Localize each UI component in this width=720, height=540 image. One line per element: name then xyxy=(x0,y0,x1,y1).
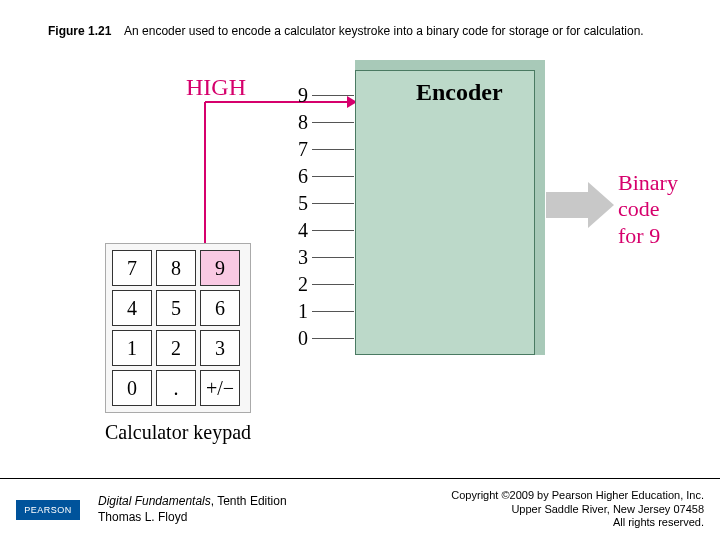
encoder-input-number: 1 xyxy=(290,300,308,323)
encoder-input-number: 6 xyxy=(290,165,308,188)
figure-caption-text: An encoder used to encode a calculator k… xyxy=(124,24,644,38)
output-arrow-icon xyxy=(546,180,616,230)
encoder-input-line-icon xyxy=(312,257,354,258)
encoder-input-line-icon xyxy=(312,176,354,177)
keypad-label: Calculator keypad xyxy=(105,421,251,444)
encoder-input-6: 6 xyxy=(290,163,354,190)
figure-caption: Figure 1.21 An encoder used to encode a … xyxy=(48,24,644,38)
keypad-key-7[interactable]: 7 xyxy=(112,250,152,286)
encoder-input-0: 0 xyxy=(290,325,354,352)
keypad-key-4[interactable]: 4 xyxy=(112,290,152,326)
copyright-line1: Copyright ©2009 by Pearson Higher Educat… xyxy=(451,489,704,503)
output-label-line2: code for 9 xyxy=(618,196,678,249)
keypad-key-0[interactable]: 0 xyxy=(112,370,152,406)
book-title: Digital Fundamentals xyxy=(98,494,211,508)
encoder-input-line-icon xyxy=(312,203,354,204)
book-edition: , Tenth Edition xyxy=(211,494,287,508)
encoder-input-lines: 9876543210 xyxy=(290,82,354,352)
book-info: Digital Fundamentals, Tenth Edition Thom… xyxy=(98,494,287,525)
encoder-input-number: 9 xyxy=(290,84,308,107)
copyright-line3: All rights reserved. xyxy=(451,516,704,530)
encoder-input-5: 5 xyxy=(290,190,354,217)
encoder-input-number: 8 xyxy=(290,111,308,134)
keypad-block: 7894561230.+/− Calculator keypad xyxy=(105,243,251,444)
keypad-key-9[interactable]: 9 xyxy=(200,250,240,286)
keypad-key-8[interactable]: 8 xyxy=(156,250,196,286)
encoder-input-9: 9 xyxy=(290,82,354,109)
encoder-input-7: 7 xyxy=(290,136,354,163)
encoder-input-number: 7 xyxy=(290,138,308,161)
encoder-input-number: 2 xyxy=(290,273,308,296)
author: Thomas L. Floyd xyxy=(98,510,287,526)
encoder-input-line-icon xyxy=(312,149,354,150)
encoder-input-2: 2 xyxy=(290,271,354,298)
svg-marker-2 xyxy=(546,182,614,228)
copyright-line2: Upper Saddle River, New Jersey 07458 xyxy=(451,503,704,517)
encoder-input-8: 8 xyxy=(290,109,354,136)
output-label-line1: Binary xyxy=(618,170,678,196)
output-label: Binary code for 9 xyxy=(618,170,678,249)
encoder-input-4: 4 xyxy=(290,217,354,244)
encoder-input-line-icon xyxy=(312,122,354,123)
encoder-input-line-icon xyxy=(312,230,354,231)
keypad-key-2[interactable]: 2 xyxy=(156,330,196,366)
encoder-input-number: 0 xyxy=(290,327,308,350)
encoder-input-number: 4 xyxy=(290,219,308,242)
keypad-grid: 7894561230.+/− xyxy=(105,243,251,413)
encoder-input-line-icon xyxy=(312,95,354,96)
keypad-key-6[interactable]: 6 xyxy=(200,290,240,326)
keypad-key-1[interactable]: 1 xyxy=(112,330,152,366)
encoder-box: Encoder xyxy=(355,70,535,355)
encoder-input-line-icon xyxy=(312,311,354,312)
figure-number: Figure 1.21 xyxy=(48,24,111,38)
encoder-input-number: 5 xyxy=(290,192,308,215)
encoder-input-number: 3 xyxy=(290,246,308,269)
encoder-input-line-icon xyxy=(312,284,354,285)
keypad-key-x[interactable]: . xyxy=(156,370,196,406)
copyright: Copyright ©2009 by Pearson Higher Educat… xyxy=(451,489,704,530)
encoder-input-1: 1 xyxy=(290,298,354,325)
keypad-key-3[interactable]: 3 xyxy=(200,330,240,366)
pearson-logo: PEARSON xyxy=(16,500,80,520)
encoder-input-line-icon xyxy=(312,338,354,339)
diagram-stage: HIGH 9876543210 Encoder Binary code for … xyxy=(60,60,660,420)
keypad-key-5[interactable]: 5 xyxy=(156,290,196,326)
keypad-key-xxx[interactable]: +/− xyxy=(200,370,240,406)
encoder-input-3: 3 xyxy=(290,244,354,271)
encoder-label: Encoder xyxy=(416,79,503,106)
footer: PEARSON Digital Fundamentals, Tenth Edit… xyxy=(0,478,720,540)
